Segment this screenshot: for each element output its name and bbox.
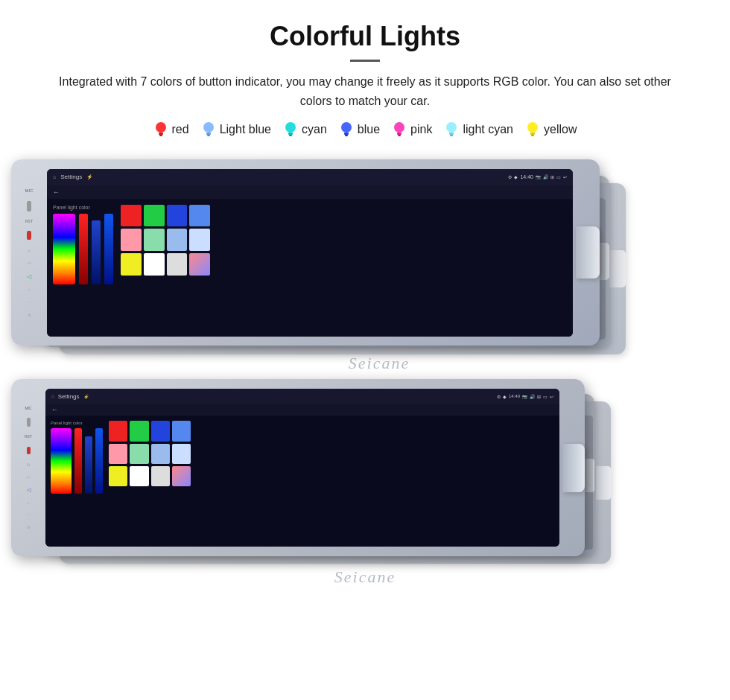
page-container: Colorful Lights Integrated with 7 colors… [0,0,730,700]
svg-rect-8 [289,135,292,136]
color-item-cyan: cyan [283,121,327,139]
svg-rect-5 [207,135,210,136]
color-item-yellow: yellow [525,121,577,139]
bulb-icon-lightcyan [444,121,459,139]
top-device-group: MIC RST MIC RST [11,159,719,379]
svg-rect-20 [531,135,534,136]
svg-point-15 [446,122,457,133]
svg-point-6 [285,122,296,133]
panel-light-label-bottom: Panel light color [51,421,103,425]
svg-rect-11 [345,135,348,136]
usb-icon: ⚡ [86,174,93,180]
bulb-icon-cyan [283,121,298,139]
title-divider [350,60,380,62]
color-label-pink: pink [410,123,432,136]
svg-rect-19 [530,133,535,135]
svg-rect-13 [397,133,402,135]
svg-point-18 [527,122,538,133]
svg-rect-1 [159,133,163,135]
color-label-lightblue: Light blue [220,123,271,136]
color-item-lightcyan: light cyan [444,121,513,139]
home-icon-bottom: ⌂ [51,394,54,398]
color-label-lightcyan: light cyan [463,123,513,136]
page-subtitle: Integrated with 7 colors of button indic… [52,72,678,110]
back-arrow-bottom: ← [51,406,58,413]
bulb-icon-red [153,121,168,139]
settings-label-bottom: Settings [58,393,80,400]
panel-light-label: Panel light color [53,205,113,210]
bulb-icon-lightblue [201,121,216,139]
screen-time-bottom: 14:40 [509,394,520,398]
svg-rect-2 [159,135,162,136]
svg-point-9 [341,122,352,133]
right-handle [576,226,600,279]
color-item-pink: pink [392,121,432,139]
svg-rect-7 [288,133,293,135]
bottom-device-group: MIC RST MIC RST [11,379,719,591]
screen-time: 14:40 [520,174,533,179]
page-title: Colorful Lights [45,21,685,52]
svg-rect-16 [449,133,454,135]
color-label-cyan: cyan [302,123,327,136]
bottom-main-device: MIC RST ⌂ ↩ ◁ + − ⊕ ⌂ [11,379,585,556]
bulb-icon-blue [339,121,354,139]
main-screen-top: ⌂ Settings ⚡ ⚙◆ 14:40 📷🔊⊞▭↩ ← [47,169,573,337]
settings-label: Settings [60,174,82,180]
svg-rect-17 [450,135,453,136]
bulb-icon-yellow [525,121,540,139]
right-handle-bottom [562,444,585,492]
back-arrow-icon: ← [53,188,60,196]
color-label-red: red [172,123,189,136]
svg-point-3 [203,122,214,133]
color-item-lightblue: Light blue [201,121,271,139]
watermark-top: Seicane [349,354,410,373]
color-item-blue: blue [339,121,380,139]
home-icon: ⌂ [53,174,56,179]
color-label-blue: blue [358,123,380,136]
bulb-icon-pink [392,121,407,139]
svg-rect-14 [398,135,401,136]
svg-rect-4 [206,133,211,135]
svg-point-0 [156,122,166,133]
watermark-bottom: Seicane [334,567,396,587]
device-layer-1-main: MIC RST ⌂ ↩ ◁ + − ⊕ ⌂ [11,159,600,346]
color-indicators-row: red Light blue cyan [45,121,685,139]
svg-point-12 [394,122,404,133]
svg-rect-10 [344,133,349,135]
color-item-red: red [153,121,189,139]
color-label-yellow: yellow [544,123,577,136]
main-screen-bottom: ⌂ Settings ⚡ ⚙◆ 14:40 📷🔊⊞▭↩ ← [45,389,559,547]
header-section: Colorful Lights Integrated with 7 colors… [0,0,730,159]
